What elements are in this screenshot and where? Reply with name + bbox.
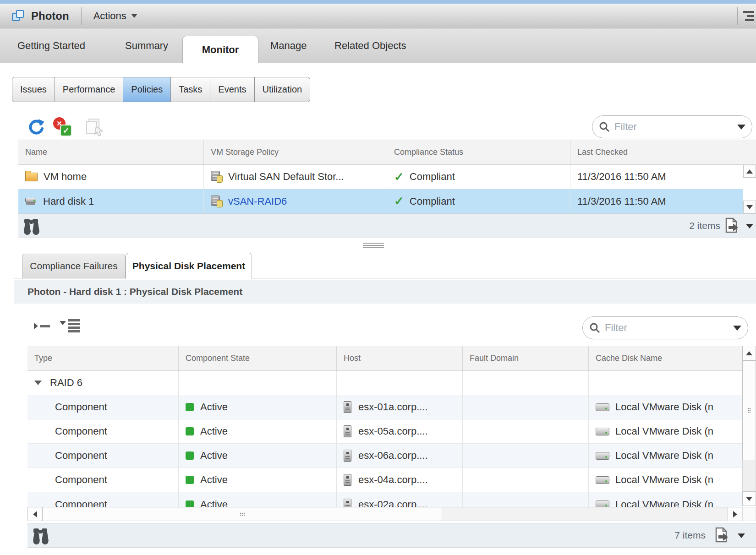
policies-filter-box (592, 115, 752, 138)
table-row-component-4[interactable]: Component Active esx-04a.corp.... Local … (27, 468, 742, 492)
vsphere-web-client-panel: Photon Actions Getting Started Summary M… (0, 0, 756, 555)
placement-filter-input[interactable] (605, 322, 733, 334)
actions-label: Actions (93, 10, 126, 22)
cell-type: Component (27, 468, 179, 492)
policy-link[interactable]: vSAN-RAID6 (228, 196, 287, 207)
cell-name: VM home (18, 165, 204, 189)
cell-fault-domain (463, 444, 589, 468)
splitter-grip-icon (363, 243, 384, 248)
search-icon (599, 121, 610, 132)
cell-status: ✓ Compliant (387, 189, 570, 213)
column-header-fault-domain[interactable]: Fault Domain (463, 346, 589, 370)
active-state-icon (186, 403, 194, 411)
column-header-cache-disk-name[interactable]: Cache Disk Name (589, 346, 742, 370)
column-header-vm-storage-policy[interactable]: VM Storage Policy (204, 140, 387, 164)
host-icon (344, 474, 351, 486)
table2-scroll-thumb[interactable] (742, 360, 756, 460)
monitor-subtab-bar: Issues Performance Policies Tasks Events… (12, 77, 310, 102)
collapse-all-icon[interactable] (34, 321, 53, 332)
tab-physical-disk-placement[interactable]: Physical Disk Placement (126, 253, 252, 279)
check-compliance-icon[interactable]: ✕ ✓ (53, 117, 76, 138)
subtab-policies[interactable]: Policies (123, 77, 171, 102)
panel-splitter[interactable] (0, 239, 756, 253)
export-icon[interactable] (724, 217, 740, 234)
tab-monitor[interactable]: Monitor (182, 36, 258, 63)
disk-icon (596, 403, 609, 411)
cell-cache-disk: Local VMware Disk (n (589, 395, 742, 419)
table2-hscroll-thumb[interactable] (42, 507, 442, 521)
detail-tab-bar: Compliance Failures Physical Disk Placem… (14, 253, 756, 278)
export-caret-icon[interactable] (746, 224, 753, 229)
reapply-policy-icon[interactable] (84, 117, 105, 137)
table-row-component-2[interactable]: Component Active esx-05a.corp.... Local … (27, 419, 742, 444)
expand-all-icon[interactable] (60, 319, 81, 334)
table2-scroll-left-button[interactable] (27, 507, 42, 521)
refresh-icon[interactable] (27, 117, 45, 137)
vm-icon (12, 10, 26, 22)
compliant-check-icon: ✓ (394, 170, 404, 184)
disk-icon (596, 476, 609, 484)
cell-last-checked: 11/3/2016 11:50 AM (570, 165, 743, 189)
table2-scroll-up-button[interactable] (742, 346, 756, 360)
cell-state: Active (179, 492, 337, 507)
tab-manage[interactable]: Manage (270, 28, 307, 63)
column-header-type[interactable]: Type (27, 346, 179, 370)
table-row-raid6-group[interactable]: RAID 6 (27, 371, 742, 395)
policies-filter-input[interactable] (614, 121, 737, 133)
column-header-host[interactable]: Host (337, 346, 463, 370)
table-row-component-5[interactable]: Component Active esx-02a.corp.... Local … (27, 492, 742, 507)
tab-compliance-failures[interactable]: Compliance Failures (22, 254, 126, 278)
cell-fault-domain (463, 468, 589, 492)
host-icon (344, 401, 351, 413)
expander-icon[interactable] (34, 381, 42, 385)
actions-menu-button[interactable]: Actions (93, 10, 137, 22)
tab-summary[interactable]: Summary (125, 28, 168, 63)
cell-host: esx-05a.corp.... (337, 419, 463, 443)
binoculars-icon[interactable] (23, 217, 40, 235)
cell-last-checked: 11/3/2016 11:50 AM (570, 189, 743, 213)
detail-heading-band: Photon - Hard disk 1 : Physical Disk Pla… (14, 280, 756, 304)
tab-getting-started[interactable]: Getting Started (17, 28, 85, 63)
panel-menu-icon[interactable] (742, 11, 754, 21)
cell-host: esx-01a.corp.... (337, 395, 463, 419)
host-icon (344, 425, 351, 437)
active-state-icon (186, 427, 194, 435)
table2-scroll-right-button[interactable] (728, 507, 742, 521)
table-row-hard-disk-1[interactable]: Hard disk 1 vSAN-RAID6 ✓ Compliant 11/3/… (18, 189, 743, 213)
subtab-issues[interactable]: Issues (12, 77, 55, 102)
filter-dropdown-caret[interactable] (737, 125, 745, 130)
subtab-tasks[interactable]: Tasks (171, 77, 210, 102)
cell-cache-disk: Local VMware Disk (n (589, 468, 742, 492)
object-title: Photon (31, 10, 69, 22)
binoculars-icon[interactable] (32, 527, 49, 545)
policies-table-header: Name VM Storage Policy Compliance Status… (18, 140, 756, 165)
compliant-check-icon: ✓ (394, 194, 404, 208)
cell-type: Component (27, 492, 179, 507)
cell-state: Active (179, 468, 337, 492)
export-icon[interactable] (714, 527, 729, 544)
export-caret-icon[interactable] (738, 533, 745, 538)
subtab-performance[interactable]: Performance (55, 77, 124, 102)
table-row-component-3[interactable]: Component Active esx-06a.corp.... Local … (27, 444, 742, 468)
folder-icon (25, 173, 38, 181)
table1-scroll-down-button[interactable] (743, 201, 756, 213)
filter-dropdown-caret[interactable] (733, 326, 741, 331)
column-header-name[interactable]: Name (18, 140, 204, 164)
tab-related-objects[interactable]: Related Objects (334, 28, 406, 63)
column-header-last-checked[interactable]: Last Checked (570, 140, 743, 164)
cell-type: Component (27, 419, 179, 443)
subtab-utilization[interactable]: Utilization (255, 77, 310, 102)
subtab-events[interactable]: Events (210, 77, 254, 102)
column-header-component-state[interactable]: Component State (179, 346, 337, 370)
placement-table-header: Type Component State Host Fault Domain C… (27, 346, 756, 371)
table2-scroll-down-button[interactable] (742, 491, 756, 506)
cell-type: Component (27, 395, 179, 419)
hard-disk-icon (25, 197, 37, 206)
cell-fault-domain (463, 492, 589, 507)
table-row-component-1[interactable]: Component Active esx-01a.corp.... Local … (27, 395, 742, 419)
cell-state: Active (179, 419, 337, 443)
column-header-compliance-status[interactable]: Compliance Status (387, 140, 570, 164)
storage-policy-icon (211, 196, 223, 207)
table1-scroll-up-button[interactable] (743, 165, 756, 178)
table-row-vm-home[interactable]: VM home Virtual SAN Default Stor... ✓ Co… (18, 165, 743, 189)
